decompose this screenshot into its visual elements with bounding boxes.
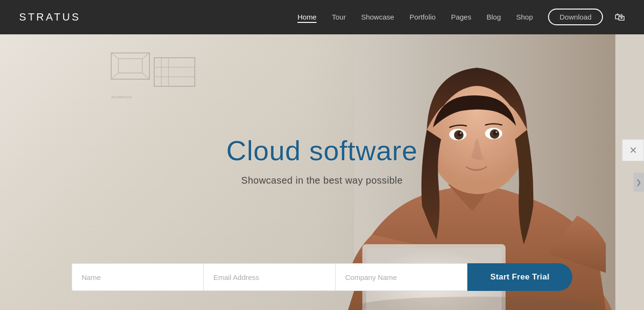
nav-link-home[interactable]: Home [297,13,317,23]
brand-logo: STRATUS [19,11,81,23]
svg-rect-6 [154,58,195,86]
svg-point-23 [496,131,497,133]
nav-link-tour[interactable]: Tour [332,13,346,21]
nav-item-download[interactable]: Download [548,13,603,21]
start-trial-button[interactable]: Start Free Trial [467,263,572,291]
svg-rect-0 [111,53,149,79]
wall-sketch: Architecture [106,48,202,115]
nav-link-shop[interactable]: Shop [516,13,533,21]
hero-content: Cloud software Showcased in the best way… [0,134,644,186]
nav-item-portfolio[interactable]: Portfolio [410,13,436,21]
download-button[interactable]: Download [548,9,603,25]
close-icon: ✕ [629,145,637,156]
svg-point-19 [460,132,462,134]
hero-section: Architecture [0,34,644,310]
nav-menu: Home Tour Showcase Portfolio Pages Blog … [297,13,603,21]
nav-link-showcase[interactable]: Showcase [361,13,394,21]
arrow-icon: ❯ [636,178,642,186]
svg-line-4 [111,73,118,79]
svg-text:Architecture: Architecture [111,95,132,99]
email-input[interactable] [204,263,335,291]
hero-form: Start Free Trial [0,263,644,291]
nav-item-blog[interactable]: Blog [486,13,501,21]
nav-item-pages[interactable]: Pages [451,13,472,21]
nav-item-tour[interactable]: Tour [332,13,346,21]
svg-line-5 [142,73,149,79]
navbar: STRATUS Home Tour Showcase Portfolio Pag… [0,0,644,34]
side-panel-close[interactable]: ✕ [622,139,644,161]
company-input[interactable] [335,263,467,291]
side-arrow-button[interactable]: ❯ [633,173,644,192]
nav-item-showcase[interactable]: Showcase [361,13,394,21]
cart-icon[interactable]: 🛍 [614,11,625,23]
name-input[interactable] [72,263,204,291]
nav-item-shop[interactable]: Shop [516,13,533,21]
svg-rect-1 [118,59,142,73]
hero-title: Cloud software [0,134,644,166]
nav-link-blog[interactable]: Blog [486,13,501,21]
nav-item-home[interactable]: Home [297,13,317,21]
nav-link-portfolio[interactable]: Portfolio [410,13,436,21]
svg-line-2 [111,53,118,59]
svg-line-3 [142,53,149,59]
nav-link-pages[interactable]: Pages [451,13,472,21]
hero-subtitle: Showcased in the best way possible [0,175,644,186]
